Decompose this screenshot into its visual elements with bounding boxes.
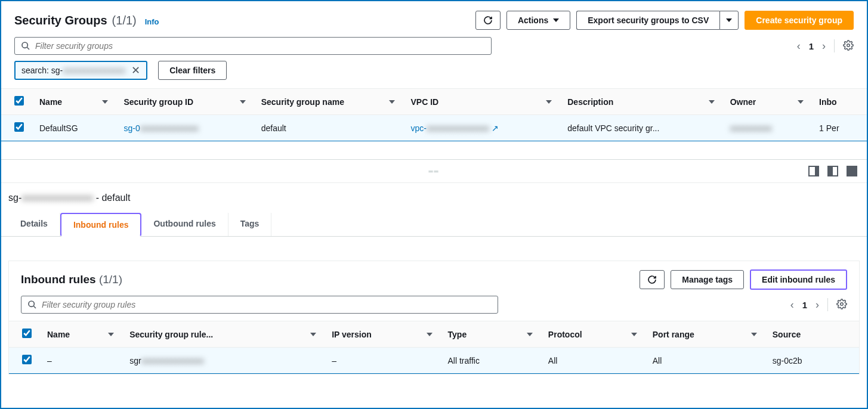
cell-rule-name: – (38, 348, 120, 374)
col-desc[interactable]: Description (558, 89, 720, 115)
edit-inbound-rules-button[interactable]: Edit inbound rules (750, 269, 847, 290)
row-checkbox[interactable] (14, 122, 24, 132)
cell-port: All (643, 348, 763, 374)
divider (834, 39, 835, 52)
refresh-icon (647, 275, 657, 284)
inbound-rules-title: Inbound rules (1/1) (21, 273, 122, 286)
settings-button[interactable] (843, 40, 854, 52)
filter-security-groups-input[interactable] (35, 41, 485, 51)
page-title: Security Groups (14, 14, 107, 27)
rules-settings-button[interactable] (836, 299, 847, 311)
cell-rule-id: sgrxxxxxxxxxxxxxxx (120, 348, 322, 374)
split-panel-divider[interactable]: ══ (1, 159, 867, 183)
cell-sgname: default (252, 115, 401, 141)
sort-icon (310, 333, 316, 336)
sort-icon (108, 333, 114, 336)
col-sgid[interactable]: Security group ID (114, 89, 251, 115)
col-sgname[interactable]: Security group name (252, 89, 401, 115)
actions-button[interactable]: Actions (506, 11, 570, 30)
col-ipver[interactable]: IP version (322, 321, 438, 348)
close-icon[interactable]: ✕ (131, 65, 140, 76)
cell-owner: xxxxxxxxxx (721, 115, 810, 141)
sort-icon (798, 100, 804, 104)
export-csv-split: Export security groups to CSV (576, 11, 739, 30)
table-row[interactable]: DefaultSG sg-0xxxxxxxxxxxxxx default vpc… (1, 115, 867, 141)
sort-icon (546, 100, 552, 104)
cell-name: DefaultSG (30, 115, 114, 141)
tab-inbound-rules[interactable]: Inbound rules (60, 213, 142, 237)
search-icon (21, 41, 30, 51)
col-name[interactable]: Name (30, 89, 114, 115)
inbound-rules-table: Name Security group rule... IP version T… (9, 321, 859, 374)
chip-label: search: sg-xxxxxxxxxxxxxxx (21, 66, 125, 75)
cell-protocol: All (539, 348, 643, 374)
filter-input-container[interactable] (14, 37, 492, 55)
col-source[interactable]: Source (763, 321, 859, 348)
info-link[interactable]: Info (145, 17, 159, 26)
tab-details[interactable]: Details (8, 213, 60, 236)
view-split-icon[interactable] (827, 166, 838, 176)
svg-line-4 (33, 306, 36, 308)
chevron-down-icon (553, 18, 559, 22)
security-groups-table: Name Security group ID Security group na… (1, 88, 867, 141)
col-owner[interactable]: Owner (721, 89, 810, 115)
refresh-button[interactable] (475, 11, 501, 30)
sort-icon (527, 333, 533, 336)
detail-tabs: Details Inbound rules Outbound rules Tag… (1, 213, 867, 237)
create-security-group-button[interactable]: Create security group (745, 11, 854, 30)
col-vpc[interactable]: VPC ID (401, 89, 558, 115)
manage-tags-button[interactable]: Manage tags (671, 270, 744, 289)
page-number: 1 (809, 41, 814, 51)
rule-row-checkbox[interactable] (22, 355, 32, 364)
refresh-icon (483, 16, 493, 25)
export-csv-dropdown[interactable] (719, 11, 739, 30)
cell-inbound: 1 Per (810, 115, 867, 141)
cell-vpc[interactable]: vpc-xxxxxxxxxxxxxxx↗ (401, 115, 558, 141)
chevron-down-icon (726, 18, 732, 22)
rules-select-all-checkbox[interactable] (22, 329, 32, 338)
tab-tags[interactable]: Tags (228, 213, 272, 236)
svg-point-0 (22, 42, 27, 48)
cell-type: All traffic (438, 348, 539, 374)
clear-filters-button[interactable]: Clear filters (158, 61, 227, 80)
sort-icon (751, 333, 757, 336)
sort-icon (389, 100, 395, 104)
search-icon (27, 300, 37, 309)
detail-title: sg-xxxxxxxxxxxxxxx - default (1, 183, 867, 206)
refresh-inbound-button[interactable] (640, 270, 665, 289)
tab-outbound-rules[interactable]: Outbound rules (141, 213, 228, 236)
drag-handle-icon: ══ (428, 168, 439, 175)
col-type[interactable]: Type (438, 321, 539, 348)
sort-icon (631, 333, 637, 336)
sort-icon (240, 100, 246, 104)
col-port[interactable]: Port range (643, 321, 763, 348)
filter-rules-container[interactable] (21, 296, 498, 314)
actions-label: Actions (518, 16, 548, 25)
page-prev[interactable]: ‹ (797, 40, 801, 52)
cell-sgid[interactable]: sg-0xxxxxxxxxxxxxx (114, 115, 251, 141)
col-rule-id[interactable]: Security group rule... (120, 321, 322, 348)
svg-line-1 (27, 47, 29, 49)
sort-icon (102, 100, 108, 104)
filter-chip[interactable]: search: sg-xxxxxxxxxxxxxxx ✕ (14, 61, 147, 80)
rules-page-prev[interactable]: ‹ (790, 299, 794, 311)
sort-icon (427, 333, 433, 336)
inbound-rules-panel: Inbound rules (1/1) Manage tags Edit inb… (8, 261, 860, 374)
col-rule-name[interactable]: Name (38, 321, 120, 348)
view-bottom-icon[interactable] (808, 166, 819, 176)
col-inbound[interactable]: Inbo (810, 89, 867, 115)
page-next[interactable]: › (822, 40, 826, 52)
table-row[interactable]: – sgrxxxxxxxxxxxxxxx – All traffic All A… (9, 348, 859, 374)
cell-source: sg-0c2b (763, 348, 859, 374)
svg-point-2 (847, 44, 850, 47)
cell-desc: default VPC security gr... (558, 115, 720, 141)
view-full-icon[interactable] (847, 166, 857, 176)
export-csv-button[interactable]: Export security groups to CSV (576, 11, 719, 30)
rules-page-next[interactable]: › (816, 299, 819, 311)
col-protocol[interactable]: Protocol (539, 321, 643, 348)
divider (827, 298, 828, 311)
select-all-checkbox[interactable] (14, 96, 24, 106)
rules-page-number: 1 (802, 300, 807, 310)
filter-rules-input[interactable] (42, 300, 492, 309)
svg-point-5 (841, 302, 844, 305)
